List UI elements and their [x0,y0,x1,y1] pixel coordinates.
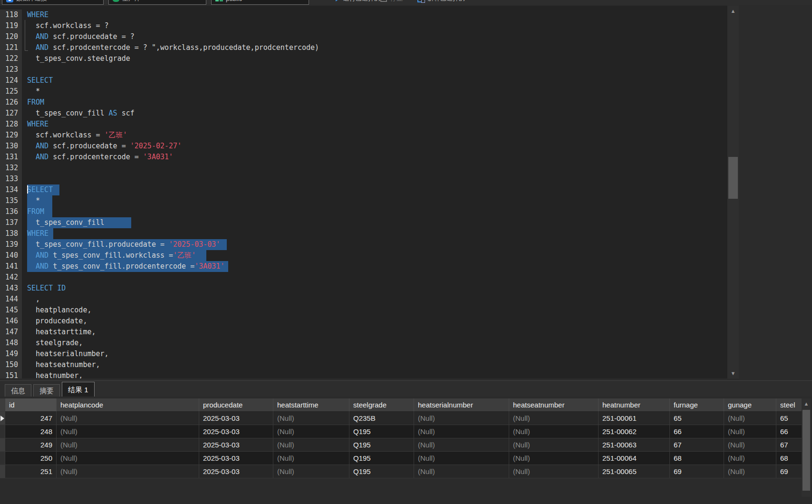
code-line-130[interactable]: 130 AND scf.producedate = '2025-02-27' [0,141,727,152]
cell-id[interactable]: 250 [5,452,57,465]
code-line-119[interactable]: 119 scf.workclass = ? [0,20,727,31]
grid-corner-cell[interactable] [0,398,5,412]
cell-gunage[interactable]: (Null) [724,412,776,425]
cell-heatstarttime[interactable]: (Null) [273,425,349,438]
code-line-126[interactable]: 126FROM [0,97,727,108]
cell-heatstarttime[interactable]: (Null) [273,438,349,452]
code-line-127[interactable]: 127 t_spes_conv_fill AS scf [0,108,727,119]
code-line-129[interactable]: 129 scf.workclass = '乙班' [0,130,727,141]
result-tab-1[interactable]: 信息 [5,384,31,397]
cell-steelgrade[interactable]: Q195 [349,452,414,465]
cell-furnage[interactable]: 66 [670,425,724,438]
code-line-139[interactable]: 139 t_spes_conv_fill.producedate = '2025… [0,239,727,250]
cell-heatserialnumber[interactable]: (Null) [414,412,509,425]
cell-heatplancode[interactable]: (Null) [57,452,199,465]
connection-dropdown[interactable]: 数据库连接 [2,0,104,5]
column-header-gunage[interactable]: gunage [724,398,776,412]
code-line-138[interactable]: 138WHERE [0,228,727,239]
cell-heatplancode[interactable]: (Null) [57,465,199,478]
cell-heatseatnumber[interactable]: (Null) [509,465,599,478]
column-header-furnage[interactable]: furnage [670,398,724,412]
code-line-134[interactable]: 134SELECT [0,184,727,195]
code-line-125[interactable]: 125 * [0,86,727,97]
column-header-heatnumber[interactable]: heatnumber [599,398,670,412]
cell-steelgrade[interactable]: Q195 [349,425,414,438]
cell-heatserialnumber[interactable]: (Null) [414,438,509,452]
cell-steelgrade[interactable]: Q235B [349,412,414,425]
code-line-131[interactable]: 131 AND scf.prodcentercode = '3A031' [0,152,727,163]
column-header-heatstarttime[interactable]: heatstarttime [273,398,349,412]
cell-producedate[interactable]: 2025-03-03 [199,438,273,452]
table-row[interactable]: 249(Null)2025-03-03(Null)Q195(Null)(Null… [0,438,802,452]
table-row[interactable]: 248(Null)2025-03-03(Null)Q195(Null)(Null… [0,425,802,438]
column-header-steelgrade[interactable]: steelgrade [349,398,414,412]
cell-furnage[interactable]: 68 [670,452,724,465]
table-row[interactable]: 247(Null)2025-03-03(Null)Q235B(Null)(Nul… [0,412,802,425]
cell-steel[interactable]: 67 [776,438,802,452]
cell-heatseatnumber[interactable]: (Null) [509,412,599,425]
cell-heatnumber[interactable]: 251-00061 [599,412,670,425]
row-indicator[interactable] [0,465,5,478]
cell-id[interactable]: 249 [5,438,57,452]
code-line-121[interactable]: 121 AND scf.prodcentercode = ? ",workcla… [0,42,727,53]
cell-id[interactable]: 251 [5,465,57,478]
scroll-down-icon[interactable]: ▼ [727,368,739,378]
cell-producedate[interactable]: 2025-03-03 [199,412,273,425]
cell-heatplancode[interactable]: (Null) [57,412,199,425]
code-line-135[interactable]: 135 * [0,195,727,206]
column-header-producedate[interactable]: producedate [199,398,273,412]
cell-heatnumber[interactable]: 251-00063 [599,438,670,452]
schema-dropdown[interactable]: public [211,0,309,5]
run-selected-button[interactable]: 运行已选择的 [336,0,380,5]
cell-heatserialnumber[interactable]: (Null) [414,425,509,438]
code-line-120[interactable]: 120 AND scf.producedate = ? [0,31,727,42]
code-line-140[interactable]: 140 AND t_spes_conv_fill.workclass ='乙班' [0,250,727,261]
grid-scrollbar[interactable]: ▲ [802,398,811,497]
column-header-id[interactable]: id [5,398,57,412]
code-line-128[interactable]: 128WHERE [0,119,727,130]
cell-heatseatnumber[interactable]: (Null) [509,438,599,452]
cell-furnage[interactable]: 69 [670,465,724,478]
row-indicator[interactable] [0,412,5,425]
grid-scrollbar-thumb[interactable] [802,410,810,491]
database-dropdown[interactable]: 生产库 [108,0,206,5]
code-line-151[interactable]: 151 heatnumber, [0,370,727,378]
cell-heatstarttime[interactable]: (Null) [273,465,349,478]
cell-heatstarttime[interactable]: (Null) [273,452,349,465]
cell-heatnumber[interactable]: 251-00064 [599,452,670,465]
row-indicator[interactable] [0,425,5,438]
code-line-118[interactable]: 118WHERE [0,10,727,20]
cell-gunage[interactable]: (Null) [724,465,776,478]
result-tab-2[interactable]: 摘要 [33,384,60,397]
table-row[interactable]: 250(Null)2025-03-03(Null)Q195(Null)(Null… [0,452,802,465]
column-header-heatserialnumber[interactable]: heatserialnumber [414,398,509,412]
stop-button[interactable]: 停止 [380,0,403,5]
code-line-145[interactable]: 145 heatplancode, [0,305,727,316]
table-row[interactable]: 251(Null)2025-03-03(Null)Q195(Null)(Null… [0,465,802,478]
cell-heatseatnumber[interactable]: (Null) [509,425,599,438]
code-line-141[interactable]: 141 AND t_spes_conv_fill.prodcentercode … [0,261,727,272]
code-line-142[interactable]: 142 [0,272,727,283]
sql-editor[interactable]: 118WHERE119 scf.workclass = ?120 AND scf… [0,6,727,378]
row-indicator[interactable] [0,438,5,452]
code-line-147[interactable]: 147 heatstarttime, [0,327,727,338]
cell-steel[interactable]: 68 [776,452,802,465]
code-line-143[interactable]: 143SELECT ID [0,283,727,294]
result-tab-3[interactable]: 结果 1 [62,382,95,397]
code-line-144[interactable]: 144 , [0,294,727,305]
cell-gunage[interactable]: (Null) [724,452,776,465]
code-line-123[interactable]: 123 [0,64,727,75]
code-line-132[interactable]: 132 [0,163,727,174]
code-line-124[interactable]: 124SELECT [0,75,727,86]
explain-selected-button[interactable]: 解释已选择的 [417,0,465,5]
cell-producedate[interactable]: 2025-03-03 [199,452,273,465]
editor-scrollbar-thumb[interactable] [728,157,738,199]
code-line-149[interactable]: 149 heatserialnumber, [0,349,727,359]
cell-id[interactable]: 248 [5,425,57,438]
cell-furnage[interactable]: 65 [670,412,724,425]
column-header-heatplancode[interactable]: heatplancode [57,398,199,412]
code-line-150[interactable]: 150 heatseatnumber, [0,359,727,370]
code-line-137[interactable]: 137 t_spes_conv_fill [0,217,727,228]
cell-heatplancode[interactable]: (Null) [57,438,199,452]
column-header-steel[interactable]: steel [776,398,802,412]
